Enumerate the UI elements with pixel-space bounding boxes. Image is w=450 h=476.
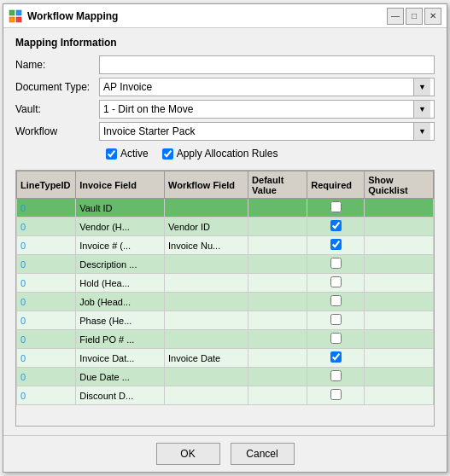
cell-required[interactable] xyxy=(307,386,365,405)
vault-value: 1 - Dirt on the Move xyxy=(103,103,413,115)
svg-rect-3 xyxy=(16,17,21,22)
table-row[interactable]: 0Discount D... xyxy=(17,386,434,405)
cell-required[interactable] xyxy=(307,236,365,255)
vault-label: Vault: xyxy=(15,103,92,115)
active-checkbox[interactable] xyxy=(106,148,117,160)
table-row[interactable]: 0Job (Head... xyxy=(17,293,434,311)
document-type-value: AP Invoice xyxy=(103,81,413,93)
cancel-button[interactable]: Cancel xyxy=(231,443,295,465)
col-header-workflow: Workflow Field xyxy=(165,171,248,199)
apply-rules-checkbox-item[interactable]: Apply Allocation Rules xyxy=(162,148,278,160)
workflow-value: Invoice Starter Pack xyxy=(103,125,413,137)
maximize-button[interactable]: □ xyxy=(406,8,423,25)
cell-linetype: 0 xyxy=(17,311,76,330)
cell-show xyxy=(365,330,434,349)
cell-required[interactable] xyxy=(307,274,365,293)
cell-workflow xyxy=(165,311,248,330)
active-label: Active xyxy=(120,148,149,160)
document-type-row: Document Type: AP Invoice ▼ xyxy=(15,78,435,96)
cell-show xyxy=(365,349,434,368)
cell-invoice: Invoice # (... xyxy=(76,236,165,255)
document-type-dropdown[interactable]: AP Invoice ▼ xyxy=(99,78,435,96)
table-row[interactable]: 0Hold (Hea... xyxy=(17,274,434,293)
required-checkbox[interactable] xyxy=(330,370,342,381)
cell-required[interactable] xyxy=(307,349,365,368)
cell-linetype: 0 xyxy=(17,349,76,368)
cell-required[interactable] xyxy=(307,368,365,386)
cell-show xyxy=(365,311,434,330)
cell-linetype: 0 xyxy=(17,236,76,255)
ok-button[interactable]: OK xyxy=(156,443,220,465)
name-field-container xyxy=(99,55,435,74)
cell-show xyxy=(365,255,434,274)
cell-workflow xyxy=(165,199,248,218)
footer: OK Cancel xyxy=(3,435,447,472)
vault-dropdown[interactable]: 1 - Dirt on the Move ▼ xyxy=(99,100,435,119)
close-button[interactable]: ✕ xyxy=(424,8,441,25)
required-checkbox[interactable] xyxy=(330,201,342,212)
cell-linetype: 0 xyxy=(17,386,76,405)
cell-invoice: Field PO # ... xyxy=(76,330,165,349)
cell-invoice: Invoice Dat... xyxy=(76,349,165,368)
cell-linetype: 0 xyxy=(17,293,76,311)
cell-default xyxy=(248,349,307,368)
cell-workflow: Invoice Date xyxy=(165,349,248,368)
required-checkbox[interactable] xyxy=(330,258,342,269)
active-checkbox-item[interactable]: Active xyxy=(106,148,149,160)
svg-rect-0 xyxy=(9,10,15,15)
cell-required[interactable] xyxy=(307,199,365,218)
mapping-table-wrapper: LineTypeID Invoice Field Workflow Field … xyxy=(15,170,435,427)
required-checkbox[interactable] xyxy=(330,239,342,250)
minimize-button[interactable]: — xyxy=(387,8,404,25)
required-checkbox[interactable] xyxy=(330,333,342,344)
required-checkbox[interactable] xyxy=(330,389,342,400)
cell-default xyxy=(248,293,307,311)
cell-linetype: 0 xyxy=(17,368,76,386)
table-row[interactable]: 0Phase (He... xyxy=(17,311,434,330)
table-row[interactable]: 0Field PO # ... xyxy=(17,330,434,349)
required-checkbox[interactable] xyxy=(330,276,342,287)
cell-default xyxy=(248,199,307,218)
cell-invoice: Vendor (H... xyxy=(76,218,165,236)
required-checkbox[interactable] xyxy=(330,295,342,306)
col-header-required: Required xyxy=(307,171,365,199)
required-checkbox[interactable] xyxy=(330,220,342,231)
table-row[interactable]: 0Description ... xyxy=(17,255,434,274)
cell-workflow: Invoice Nu... xyxy=(165,236,248,255)
cell-invoice: Hold (Hea... xyxy=(76,274,165,293)
name-input[interactable] xyxy=(99,55,435,74)
cell-workflow xyxy=(165,255,248,274)
cell-show xyxy=(365,236,434,255)
cell-default xyxy=(248,274,307,293)
app-icon xyxy=(9,9,22,23)
table-row[interactable]: 0Vault ID xyxy=(17,199,434,218)
table-row[interactable]: 0Due Date ... xyxy=(17,368,434,386)
required-checkbox[interactable] xyxy=(330,351,342,363)
table-row[interactable]: 0Invoice # (...Invoice Nu... xyxy=(17,236,434,255)
document-type-arrow-icon: ▼ xyxy=(413,78,430,96)
workflow-row: Workflow Invoice Starter Pack ▼ xyxy=(15,122,435,141)
cell-required[interactable] xyxy=(307,293,365,311)
apply-rules-checkbox[interactable] xyxy=(162,148,173,160)
cell-required[interactable] xyxy=(307,330,365,349)
svg-rect-2 xyxy=(9,17,15,22)
vault-arrow-icon: ▼ xyxy=(413,101,430,118)
table-row[interactable]: 0Vendor (H...Vendor ID xyxy=(17,218,434,236)
cell-linetype: 0 xyxy=(17,199,76,218)
name-row: Name: xyxy=(15,55,435,74)
window-title: Workflow Mapping xyxy=(27,10,387,22)
cell-invoice: Description ... xyxy=(76,255,165,274)
cell-required[interactable] xyxy=(307,218,365,236)
name-label: Name: xyxy=(15,59,92,71)
header-row: LineTypeID Invoice Field Workflow Field … xyxy=(17,171,434,199)
table-row[interactable]: 0Invoice Dat...Invoice Date xyxy=(17,349,434,368)
table-scroll-area[interactable]: LineTypeID Invoice Field Workflow Field … xyxy=(16,171,434,426)
cell-invoice: Vault ID xyxy=(76,199,165,218)
cell-default xyxy=(248,368,307,386)
mapping-info-section: Mapping Information Name: Document Type:… xyxy=(15,37,435,163)
cell-required[interactable] xyxy=(307,311,365,330)
cell-linetype: 0 xyxy=(17,218,76,236)
required-checkbox[interactable] xyxy=(330,314,342,325)
workflow-dropdown[interactable]: Invoice Starter Pack ▼ xyxy=(99,122,435,141)
cell-required[interactable] xyxy=(307,255,365,274)
